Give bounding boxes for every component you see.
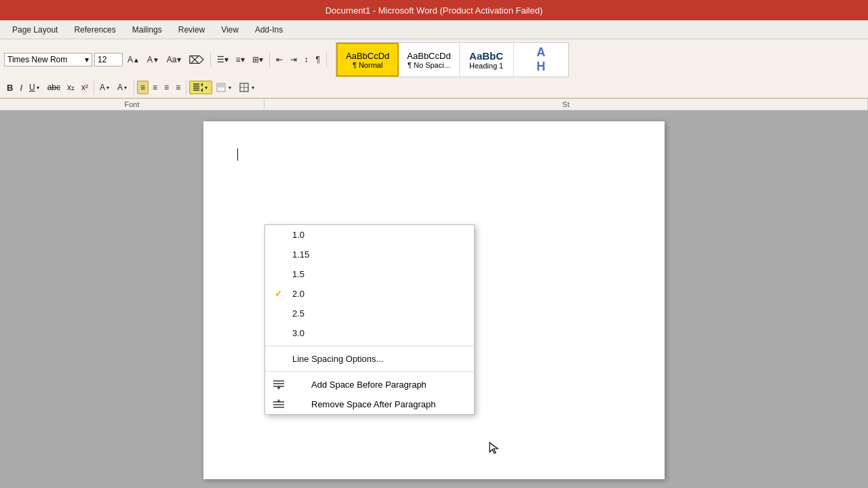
- ribbon: Times New Rom ▾ 12 A▲ A▼ Aa▾ ⌦ ☰▾ ≡▾ ⊞▾ …: [0, 39, 868, 99]
- remove-space-after[interactable]: Remove Space After Paragraph: [265, 394, 474, 414]
- numbering-button[interactable]: ≡▾: [233, 54, 248, 66]
- font-size: 12: [98, 55, 106, 64]
- subscript-button[interactable]: x₂: [64, 81, 77, 94]
- menu-view[interactable]: View: [214, 23, 245, 37]
- font-section-label: Font: [0, 99, 264, 110]
- style-heading2-label: H: [536, 60, 545, 74]
- highlight-arrow[interactable]: ▾: [105, 84, 111, 92]
- italic-button[interactable]: I: [17, 81, 25, 94]
- style-heading1[interactable]: AaBbC Heading 1: [460, 43, 514, 77]
- decrease-indent-button[interactable]: ⇤: [273, 54, 285, 66]
- font-color-button[interactable]: A ▾: [115, 81, 131, 94]
- style-heading1-text: AaBbC: [469, 50, 503, 62]
- separator4: [94, 80, 94, 95]
- menu-page-layout[interactable]: Page Layout: [5, 23, 64, 37]
- style-heading2[interactable]: A H: [514, 43, 568, 77]
- font-size-selector[interactable]: 12: [94, 53, 123, 66]
- strikethrough-button[interactable]: abc: [45, 81, 63, 94]
- style-no-spacing-label: ¶ No Spaci...: [408, 61, 450, 69]
- dropdown-divider1: [265, 346, 474, 346]
- align-left-button[interactable]: ≡: [137, 81, 149, 94]
- style-no-spacing[interactable]: AaBbCcDd ¶ No Spaci...: [399, 43, 459, 77]
- remove-space-after-icon: [273, 399, 287, 410]
- dropdown-divider2: [265, 371, 474, 372]
- title-bar: Document1 - Microsoft Word (Product Acti…: [0, 0, 868, 20]
- style-heading1-label: Heading 1: [469, 62, 503, 70]
- svg-marker-4: [201, 83, 203, 87]
- font-dropdown-arrow[interactable]: ▾: [85, 55, 89, 64]
- line-spacing-icon: [193, 83, 203, 92]
- svg-rect-7: [217, 83, 225, 87]
- style-normal-label: ¶ Normal: [353, 61, 382, 69]
- underline-button[interactable]: U ▾: [26, 81, 43, 94]
- clear-formatting-button[interactable]: ⌦: [186, 52, 207, 68]
- line-spacing-arrow[interactable]: ▾: [203, 84, 209, 92]
- svg-marker-5: [201, 88, 203, 92]
- separator3: [326, 52, 327, 67]
- style-heading2-text: A: [536, 45, 545, 60]
- line-spacing-options[interactable]: Line Spacing Options...: [265, 349, 474, 369]
- add-space-before[interactable]: Add Space Before Paragraph: [265, 375, 474, 394]
- styles-gallery: AaBbCcDd ¶ Normal AaBbCcDd ¶ No Spaci...…: [336, 42, 569, 77]
- style-normal-text: AaBbCcDd: [346, 51, 389, 61]
- spacing-2-5[interactable]: 2.5: [265, 304, 474, 323]
- spacing-3-0[interactable]: 3.0: [265, 323, 474, 343]
- borders-button[interactable]: ▾: [237, 81, 258, 94]
- highlight-label: A: [100, 83, 105, 92]
- spacing-2-0[interactable]: 2.0: [265, 284, 474, 304]
- section-labels: Font St: [0, 99, 868, 110]
- menu-add-ins[interactable]: Add-Ins: [248, 23, 290, 37]
- remove-space-after-label: Remove Space After Paragraph: [311, 399, 436, 409]
- line-spacing-button[interactable]: ▾: [189, 81, 212, 94]
- add-space-before-icon: [273, 380, 287, 390]
- superscript-button[interactable]: x²: [79, 81, 91, 94]
- doc-area: 1.0 1.15 1.5 2.0 2.5 3.0 Line Spacing Op…: [0, 110, 868, 488]
- sort-button[interactable]: ↕: [302, 54, 311, 66]
- spacing-1-15[interactable]: 1.15: [265, 245, 474, 264]
- underline-label: U: [29, 83, 35, 92]
- multilevel-list-button[interactable]: ⊞▾: [250, 54, 266, 66]
- underline-arrow[interactable]: ▾: [35, 84, 41, 92]
- add-space-before-label: Add Space Before Paragraph: [311, 380, 427, 390]
- line-spacing-dropdown: 1.0 1.15 1.5 2.0 2.5 3.0 Line Spacing Op…: [264, 224, 475, 415]
- change-case-button[interactable]: Aa▾: [164, 54, 184, 66]
- separator2: [269, 52, 270, 67]
- spacing-1-5[interactable]: 1.5: [265, 264, 474, 284]
- bullets-button[interactable]: ☰▾: [214, 54, 231, 66]
- menu-references[interactable]: References: [67, 23, 122, 37]
- separator5: [134, 80, 134, 95]
- bold-button[interactable]: B: [4, 81, 16, 94]
- align-right-button[interactable]: ≡: [161, 81, 172, 94]
- show-formatting-button[interactable]: ¶: [313, 54, 323, 66]
- shrink-font-button[interactable]: A▼: [144, 54, 162, 66]
- strike-label: abc: [47, 83, 60, 92]
- font-selector[interactable]: Times New Rom ▾: [4, 53, 92, 66]
- separator1: [210, 52, 211, 67]
- font-name: Times New Rom: [7, 55, 67, 64]
- title-text: Document1 - Microsoft Word (Product Acti…: [326, 5, 543, 16]
- text-cursor: [237, 148, 238, 161]
- highlight-color-button[interactable]: A ▾: [97, 81, 113, 94]
- shading-button[interactable]: ▾: [214, 81, 235, 94]
- align-center-button[interactable]: ≡: [150, 81, 160, 94]
- menu-bar: Page Layout References Mailings Review V…: [0, 20, 868, 39]
- spacing-1-0[interactable]: 1.0: [265, 225, 474, 245]
- grow-font-button[interactable]: A▲: [125, 54, 142, 66]
- style-no-spacing-text: AaBbCcDd: [407, 51, 450, 61]
- separator6: [186, 80, 186, 95]
- styles-section-label: St: [264, 99, 868, 110]
- shading-icon: [216, 83, 227, 92]
- menu-review[interactable]: Review: [172, 23, 212, 37]
- toolbar-row1: Times New Rom ▾ 12 A▲ A▼ Aa▾ ⌦ ☰▾ ≡▾ ⊞▾ …: [4, 42, 864, 80]
- borders-icon: [239, 83, 250, 92]
- toolbar-row2: B I U ▾ abc x₂ x² A ▾ A ▾ ≡ ≡ ≡ ≡: [4, 80, 864, 98]
- font-color-arrow[interactable]: ▾: [123, 84, 128, 92]
- increase-indent-button[interactable]: ⇥: [288, 54, 300, 66]
- font-color-label: A: [117, 83, 123, 92]
- menu-mailings[interactable]: Mailings: [125, 23, 169, 37]
- justify-button[interactable]: ≡: [173, 81, 183, 94]
- style-normal[interactable]: AaBbCcDd ¶ Normal: [336, 43, 399, 77]
